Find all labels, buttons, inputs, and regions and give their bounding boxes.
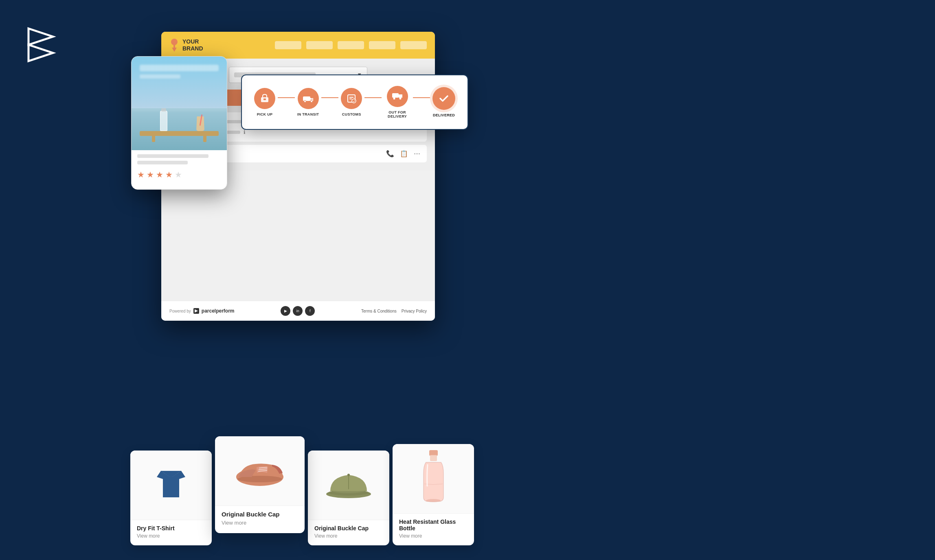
nav-item-4[interactable]: [369, 41, 395, 49]
brand-header: YOUR BRAND: [161, 32, 435, 59]
in-transit-icon: [298, 88, 319, 109]
svg-rect-17: [392, 93, 399, 98]
bottle-image-area: [393, 444, 474, 513]
connector-3: [364, 97, 382, 98]
nav-item-3[interactable]: [338, 41, 364, 49]
nav-item-5[interactable]: [400, 41, 427, 49]
brand-logo: YOUR BRAND: [169, 38, 203, 52]
pickup-icon: [254, 88, 275, 109]
connector-2: [321, 97, 338, 98]
facebook-icon[interactable]: f: [305, 306, 315, 316]
product-card-cap: Original Buckle Cap View more: [308, 451, 389, 545]
svg-rect-8: [263, 98, 266, 100]
svg-marker-4: [172, 48, 177, 52]
shoe-link[interactable]: View more: [222, 520, 298, 526]
delivered-icon: [432, 87, 455, 110]
browser-footer: Powered by parcelperform ▶ in f Terms & …: [161, 301, 435, 321]
mobile-text-area: [132, 150, 227, 169]
svg-rect-9: [303, 96, 310, 101]
tshirt-link[interactable]: View more: [137, 533, 205, 539]
shoe-image-area: [215, 436, 305, 505]
bottle-info: Heat Resistant Glass Bottle View more: [393, 513, 474, 545]
delivered-label: DELIVERED: [433, 113, 455, 117]
in-transit-label: IN TRANSIT: [297, 112, 319, 116]
bottle-name: Heat Resistant Glass Bottle: [399, 518, 468, 532]
bottle-link[interactable]: View more: [399, 533, 468, 539]
svg-point-11: [310, 101, 312, 103]
svg-point-2: [171, 39, 178, 45]
tshirt-image-area: [130, 451, 212, 520]
phone-icon[interactable]: 📞: [386, 150, 394, 158]
out-delivery-label: OUT FOR DELIVERY: [384, 110, 410, 118]
svg-point-19: [399, 98, 401, 100]
tshirt-svg: [149, 463, 193, 508]
star-rating: ★ ★ ★ ★ ★: [132, 169, 227, 180]
product-card-tshirt: Dry Fit T-Shirt View more: [130, 451, 212, 545]
svg-point-29: [426, 499, 441, 502]
out-delivery-icon: [387, 86, 408, 107]
mobile-image-area: [132, 57, 227, 150]
svg-marker-1: [29, 45, 53, 61]
svg-marker-0: [29, 28, 53, 45]
tshirt-name: Dry Fit T-Shirt: [137, 525, 205, 532]
nav-item-1[interactable]: [275, 41, 301, 49]
cap-image-area: [308, 451, 389, 520]
pickup-label: PICK UP: [257, 112, 273, 116]
star-5-empty: ★: [175, 170, 182, 179]
mobile-card: ★ ★ ★ ★ ★: [131, 56, 227, 190]
star-1: ★: [137, 170, 145, 179]
svg-point-26: [347, 474, 350, 476]
star-3: ★: [156, 170, 163, 179]
logo-arrow: [24, 24, 57, 65]
brand-name: YOUR BRAND: [182, 38, 203, 52]
more-icon[interactable]: ⋯: [414, 150, 420, 158]
carrier-actions: 📞 📋 ⋯: [386, 150, 420, 158]
step-in-transit: IN TRANSIT: [297, 88, 319, 116]
step-delivered: DELIVERED: [432, 87, 455, 117]
linkedin-icon[interactable]: in: [293, 306, 303, 316]
star-2: ★: [147, 170, 154, 179]
powered-by: Powered by parcelperform: [169, 308, 235, 314]
customs-label: CUSTOMS: [342, 112, 361, 116]
brand-icon: [169, 39, 179, 52]
social-icons: ▶ in f: [281, 306, 315, 316]
svg-rect-27: [429, 450, 438, 456]
svg-text:✓: ✓: [353, 100, 356, 103]
product-cards-section: Dry Fit T-Shirt View more: [130, 444, 904, 545]
youtube-icon[interactable]: ▶: [281, 306, 290, 316]
cap-name: Original Buckle Cap: [314, 525, 383, 532]
info-icon-2: ℹ: [244, 129, 246, 135]
svg-point-18: [393, 98, 395, 100]
nav-item-2[interactable]: [306, 41, 333, 49]
connector-1: [278, 97, 295, 98]
calendar-icon[interactable]: 📋: [400, 150, 408, 158]
shoe-name: Original Buckle Cap: [222, 511, 298, 518]
cap-info: Original Buckle Cap View more: [308, 520, 389, 545]
tracking-steps: PICK UP IN TRANSIT: [254, 86, 455, 118]
customs-icon: ✓: [341, 88, 362, 109]
cap-link[interactable]: View more: [314, 533, 383, 539]
star-4: ★: [165, 170, 173, 179]
step-pickup: PICK UP: [254, 88, 275, 116]
tracking-card: PICK UP IN TRANSIT: [241, 74, 468, 130]
svg-point-10: [304, 101, 306, 103]
cap-svg: [324, 465, 373, 505]
footer-links: Terms & Conditions Privacy Policy: [361, 309, 427, 313]
shoe-info: Original Buckle Cap View more: [215, 505, 305, 533]
svg-rect-28: [430, 455, 437, 461]
step-customs: ✓ CUSTOMS: [341, 88, 362, 116]
step-out-delivery: OUT FOR DELIVERY: [384, 86, 410, 118]
product-card-bottle: Heat Resistant Glass Bottle View more: [393, 444, 474, 545]
parcel-icon: [193, 308, 199, 314]
connector-4: [413, 97, 430, 98]
privacy-link[interactable]: Privacy Policy: [402, 309, 427, 313]
terms-link[interactable]: Terms & Conditions: [361, 309, 397, 313]
tshirt-info: Dry Fit T-Shirt View more: [130, 520, 212, 545]
product-card-shoe: Original Buckle Cap View more: [215, 436, 305, 533]
bottle-svg: [420, 449, 447, 508]
nav-items: [275, 41, 427, 49]
shoe-svg: [231, 453, 288, 489]
